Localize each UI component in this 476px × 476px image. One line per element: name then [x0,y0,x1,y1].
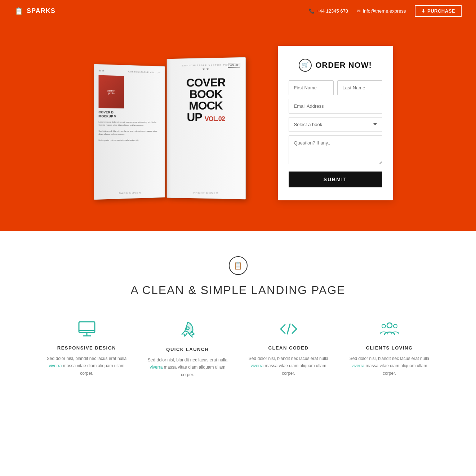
order-form-card: 🛒 ORDER NOW! Select a book Book 1 Book 2… [278,46,393,200]
first-name-input[interactable] [289,80,334,95]
email-contact: ✉ info@theme.express [357,8,406,14]
header-right: 📞 +44 12345 678 ✉ info@theme.express ⬇ P… [309,5,462,17]
svg-point-6 [387,323,392,328]
purchase-button[interactable]: ⬇ PURCHASE [415,5,462,17]
cart-icon: 🛒 [299,59,312,72]
feature-launch: QUICK LAUNCH Sed dolor nisl, blandit nec… [137,321,238,378]
email-row [289,99,382,114]
feature-launch-link[interactable]: viverra [150,365,163,370]
book-back-top: ★ ★ CUSTOMIZABLE VECTOR [98,69,160,74]
feature-coded-link[interactable]: viverra [250,363,263,368]
book-front: CUSTOMIZABLE VECTOR PSD ★ ★ VOL 02 COVER… [166,57,245,200]
feature-clients-title: CLIENTS LOVING [346,345,433,351]
last-name-input[interactable] [337,80,382,95]
purchase-icon: ⬇ [421,8,426,14]
purchase-label: PURCHASE [427,8,455,14]
book-back-label: BACK COVER [119,191,141,195]
feature-launch-text: Sed dolor nisl, blandit nec lacus erat n… [144,356,231,378]
book-front-vol-num: VOL.02 [204,115,224,123]
svg-point-8 [393,324,397,328]
svg-point-7 [382,324,386,328]
svg-line-5 [287,324,290,334]
book-select[interactable]: Select a book Book 1 Book 2 Book 3 [289,117,382,132]
question-textarea[interactable] [289,135,382,164]
order-title: ORDER NOW! [315,61,372,70]
rocket-icon [144,321,231,341]
code-icon [245,321,332,339]
order-title-row: 🛒 ORDER NOW! [289,59,382,72]
email-icon: ✉ [357,8,361,14]
submit-button[interactable]: SUBMIT [289,172,382,187]
email-address: info@theme.express [363,8,406,14]
section2-book-icon: 📋 [233,261,243,270]
book-mockup-area: ★ ★ CUSTOMIZABLE VECTOR personphoto COVE… [83,47,256,199]
book-back: ★ ★ CUSTOMIZABLE VECTOR personphoto COVE… [94,64,165,200]
users-icon [346,321,433,339]
phone-contact: 📞 +44 12345 678 [309,8,348,14]
hero-section: ★ ★ CUSTOMIZABLE VECTOR personphoto COVE… [0,22,476,231]
section2-title: A CLEAN & SIMPLE LANDING PAGE [14,284,462,297]
feature-responsive-title: RESPONSIVE DESIGN [44,345,130,351]
feature-launch-title: QUICK LAUNCH [144,347,231,352]
feature-clients: CLIENTS LOVING Sed dolor nisl, blandit n… [339,321,440,378]
book-back-description: Lorem ipsum dolor sit amet, consectetur … [98,120,160,142]
phone-number: +44 12345 678 [317,8,348,14]
section2-icon: 📋 [229,256,248,275]
feature-responsive: RESPONSIVE DESIGN Sed dolor nisl, blandi… [36,321,137,378]
feature-clients-link[interactable]: viverra [351,363,364,368]
feature-responsive-link[interactable]: viverra [49,363,62,368]
book-back-title: COVER BMOCKUP V [98,110,116,118]
section2-divider [213,303,263,303]
header: 📋 SPARKS 📞 +44 12345 678 ✉ info@theme.ex… [0,0,476,22]
email-input[interactable] [289,99,382,114]
book-front-vol: VOL 02 [228,63,240,68]
logo: 📋 SPARKS [14,7,55,15]
svg-rect-0 [79,322,95,333]
name-row [289,80,382,95]
logo-icon: 📋 [14,7,24,15]
book-front-title: COVERBOOKMOCKUP VOL.02 [186,76,225,123]
feature-coded-title: CLEAN CODED [245,345,332,351]
phone-icon: 📞 [309,8,315,14]
features-grid: RESPONSIVE DESIGN Sed dolor nisl, blandi… [14,321,462,378]
feature-responsive-text: Sed dolor nisl, blandit nec lacus erat n… [44,355,130,377]
book-back-stars: ★ ★ [98,69,104,72]
feature-coded: CLEAN CODED Sed dolor nisl, blandit nec … [238,321,339,378]
book-back-customizable: CUSTOMIZABLE VECTOR [128,70,160,74]
feature-coded-text: Sed dolor nisl, blandit nec lacus erat n… [245,355,332,377]
monitor-icon [44,321,130,339]
features-section: 📋 A CLEAN & SIMPLE LANDING PAGE RESPONSI… [0,231,476,400]
feature-clients-text: Sed dolor nisl, blandit nec lacus erat n… [346,355,433,377]
logo-text: SPARKS [27,7,55,15]
book-back-cover-image: personphoto [98,75,124,108]
book-front-label: FRONT COVER [193,191,218,195]
